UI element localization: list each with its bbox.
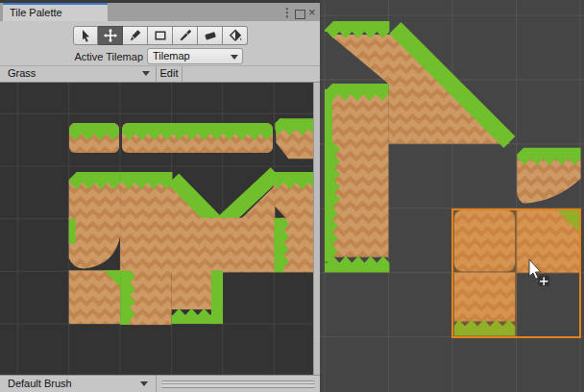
palette-dropdown-value: Grass: [8, 67, 36, 79]
palette-select-bar: Grass Edit: [0, 65, 320, 83]
palette-dropdown[interactable]: Grass: [0, 66, 157, 82]
vertical-scrollbar[interactable]: [313, 83, 320, 375]
picker-tool-button[interactable]: [173, 26, 198, 45]
palette-toolbar: Active Tilemap Tilemap: [0, 21, 320, 65]
palette-canvas[interactable]: [0, 83, 320, 375]
chevron-down-icon: [142, 71, 150, 76]
window-close-icon[interactable]: ×: [308, 6, 316, 19]
fill-tool-button[interactable]: [223, 26, 248, 45]
rect-tool-button[interactable]: [148, 26, 173, 45]
brush-bar: Default Brush: [0, 375, 320, 392]
select-icon: [78, 28, 93, 43]
tilemap-dropdown-value: Tilemap: [153, 50, 190, 61]
window-title: Tile Palette: [10, 7, 62, 18]
scene-canvas[interactable]: [320, 0, 584, 392]
window-maximize-icon[interactable]: [295, 10, 305, 19]
palette-grid[interactable]: [0, 83, 320, 375]
chevron-down-icon: [140, 381, 148, 386]
tool-buttons: [73, 26, 248, 45]
eraser-icon: [203, 28, 218, 43]
brush-tool-button[interactable]: [123, 26, 148, 45]
brush-icon: [128, 28, 143, 43]
horizontal-scrollbar[interactable]: [161, 380, 315, 388]
eraser-tool-button[interactable]: [198, 26, 223, 45]
picker-icon: [178, 28, 193, 43]
active-tilemap-label: Active Tilemap: [0, 51, 143, 62]
unity-editor: Tile Palette ⋮ × Active Tilemap Tilemap …: [0, 0, 584, 392]
tab-bar: Tile Palette ⋮ ×: [0, 0, 320, 21]
tile-palette-tab[interactable]: Tile Palette: [3, 3, 108, 21]
brush-dropdown[interactable]: Default Brush: [0, 376, 157, 392]
fill-icon: [228, 28, 243, 43]
select-tool-button[interactable]: [73, 26, 98, 45]
brush-dropdown-value: Default Brush: [8, 378, 72, 389]
tile-palette-window: Tile Palette ⋮ × Active Tilemap Tilemap …: [0, 0, 320, 392]
tilemap-dropdown[interactable]: Tilemap: [147, 48, 243, 64]
chevron-down-icon: [231, 55, 238, 60]
edit-button[interactable]: Edit: [157, 66, 182, 83]
move-tool-button[interactable]: [98, 26, 123, 45]
rect-icon: [153, 28, 168, 43]
window-menu-icon[interactable]: ⋮: [281, 6, 293, 19]
move-icon: [103, 28, 118, 43]
